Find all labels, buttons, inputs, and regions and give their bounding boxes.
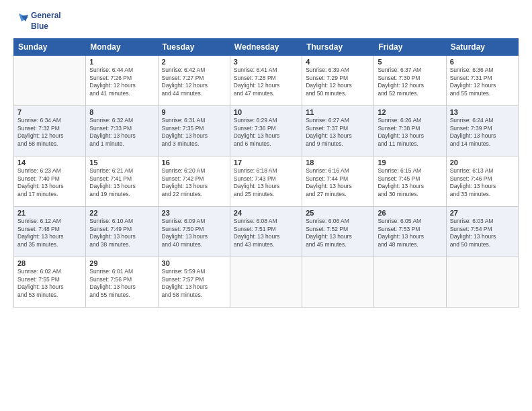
day-number: 20 bbox=[450, 158, 515, 167]
calendar-cell: 5Sunrise: 6:37 AM Sunset: 7:30 PM Daylig… bbox=[374, 56, 446, 106]
calendar-cell: 25Sunrise: 6:06 AM Sunset: 7:52 PM Dayli… bbox=[302, 207, 374, 257]
day-info: Sunrise: 6:27 AM Sunset: 7:37 PM Dayligh… bbox=[306, 117, 370, 148]
day-number: 4 bbox=[306, 58, 370, 66]
day-info: Sunrise: 6:05 AM Sunset: 7:53 PM Dayligh… bbox=[378, 218, 442, 248]
day-number: 16 bbox=[162, 158, 226, 167]
calendar-row-3: 21Sunrise: 6:12 AM Sunset: 7:48 PM Dayli… bbox=[14, 207, 519, 257]
day-info: Sunrise: 6:41 AM Sunset: 7:28 PM Dayligh… bbox=[234, 66, 298, 97]
calendar-table: SundayMondayTuesdayWednesdayThursdayFrid… bbox=[13, 38, 519, 308]
logo-text: GeneralBlue bbox=[31, 11, 61, 32]
day-number: 18 bbox=[306, 158, 370, 167]
day-number: 23 bbox=[162, 209, 226, 217]
day-info: Sunrise: 6:36 AM Sunset: 7:31 PM Dayligh… bbox=[450, 66, 515, 97]
day-number: 5 bbox=[378, 58, 442, 66]
day-number: 3 bbox=[234, 58, 298, 66]
calendar-cell: 11Sunrise: 6:27 AM Sunset: 7:37 PM Dayli… bbox=[302, 106, 374, 156]
calendar-cell: 24Sunrise: 6:08 AM Sunset: 7:51 PM Dayli… bbox=[230, 207, 302, 257]
calendar-cell bbox=[446, 257, 518, 308]
calendar-cell: 20Sunrise: 6:13 AM Sunset: 7:46 PM Dayli… bbox=[446, 156, 518, 207]
calendar-cell: 30Sunrise: 5:59 AM Sunset: 7:57 PM Dayli… bbox=[158, 257, 230, 308]
calendar-cell: 12Sunrise: 6:26 AM Sunset: 7:38 PM Dayli… bbox=[374, 106, 446, 156]
header-cell-friday: Friday bbox=[374, 39, 446, 56]
day-info: Sunrise: 6:42 AM Sunset: 7:27 PM Dayligh… bbox=[162, 66, 226, 97]
calendar-cell bbox=[374, 257, 446, 308]
day-number: 11 bbox=[306, 108, 370, 116]
day-number: 12 bbox=[378, 108, 442, 116]
calendar-row-1: 7Sunrise: 6:34 AM Sunset: 7:32 PM Daylig… bbox=[14, 106, 519, 156]
day-info: Sunrise: 6:02 AM Sunset: 7:55 PM Dayligh… bbox=[17, 268, 82, 299]
calendar-cell bbox=[230, 257, 302, 308]
logo-bird-icon bbox=[13, 12, 28, 31]
day-info: Sunrise: 6:29 AM Sunset: 7:36 PM Dayligh… bbox=[234, 117, 298, 148]
day-info: Sunrise: 6:31 AM Sunset: 7:35 PM Dayligh… bbox=[162, 117, 226, 148]
day-number: 8 bbox=[89, 108, 154, 116]
day-number: 27 bbox=[450, 209, 515, 217]
calendar-cell: 15Sunrise: 6:21 AM Sunset: 7:41 PM Dayli… bbox=[86, 156, 158, 207]
calendar-cell: 18Sunrise: 6:16 AM Sunset: 7:44 PM Dayli… bbox=[302, 156, 374, 207]
day-number: 9 bbox=[162, 108, 226, 116]
day-number: 21 bbox=[17, 209, 82, 217]
day-info: Sunrise: 6:32 AM Sunset: 7:33 PM Dayligh… bbox=[89, 117, 154, 148]
calendar-cell: 27Sunrise: 6:03 AM Sunset: 7:54 PM Dayli… bbox=[446, 207, 518, 257]
calendar-row-2: 14Sunrise: 6:23 AM Sunset: 7:40 PM Dayli… bbox=[14, 156, 519, 207]
day-info: Sunrise: 6:21 AM Sunset: 7:41 PM Dayligh… bbox=[89, 167, 154, 198]
calendar-row-0: 1Sunrise: 6:44 AM Sunset: 7:26 PM Daylig… bbox=[14, 56, 519, 106]
day-number: 29 bbox=[89, 259, 154, 267]
calendar-page: GeneralBlue SundayMondayTuesdayWednesday… bbox=[0, 0, 532, 411]
calendar-cell bbox=[302, 257, 374, 308]
day-number: 15 bbox=[89, 158, 154, 167]
calendar-cell: 26Sunrise: 6:05 AM Sunset: 7:53 PM Dayli… bbox=[374, 207, 446, 257]
day-info: Sunrise: 6:26 AM Sunset: 7:38 PM Dayligh… bbox=[378, 117, 442, 148]
day-number: 19 bbox=[378, 158, 442, 167]
calendar-cell: 8Sunrise: 6:32 AM Sunset: 7:33 PM Daylig… bbox=[86, 106, 158, 156]
logo: GeneralBlue bbox=[13, 11, 61, 32]
day-info: Sunrise: 6:09 AM Sunset: 7:50 PM Dayligh… bbox=[162, 218, 226, 248]
calendar-cell bbox=[14, 56, 86, 106]
header-cell-monday: Monday bbox=[86, 39, 158, 56]
day-number: 14 bbox=[17, 158, 82, 167]
day-number: 25 bbox=[306, 209, 370, 217]
day-number: 26 bbox=[378, 209, 442, 217]
day-number: 1 bbox=[89, 58, 154, 66]
calendar-cell: 10Sunrise: 6:29 AM Sunset: 7:36 PM Dayli… bbox=[230, 106, 302, 156]
calendar-cell: 1Sunrise: 6:44 AM Sunset: 7:26 PM Daylig… bbox=[86, 56, 158, 106]
day-info: Sunrise: 6:16 AM Sunset: 7:44 PM Dayligh… bbox=[306, 167, 370, 198]
calendar-cell: 14Sunrise: 6:23 AM Sunset: 7:40 PM Dayli… bbox=[14, 156, 86, 207]
day-info: Sunrise: 6:24 AM Sunset: 7:39 PM Dayligh… bbox=[450, 117, 515, 148]
day-number: 30 bbox=[162, 259, 226, 267]
day-number: 22 bbox=[89, 209, 154, 217]
day-number: 28 bbox=[17, 259, 82, 267]
day-number: 6 bbox=[450, 58, 515, 66]
day-info: Sunrise: 6:12 AM Sunset: 7:48 PM Dayligh… bbox=[17, 218, 82, 248]
day-info: Sunrise: 6:37 AM Sunset: 7:30 PM Dayligh… bbox=[378, 66, 442, 97]
day-info: Sunrise: 6:18 AM Sunset: 7:43 PM Dayligh… bbox=[234, 167, 298, 198]
day-number: 13 bbox=[450, 108, 515, 116]
calendar-cell: 7Sunrise: 6:34 AM Sunset: 7:32 PM Daylig… bbox=[14, 106, 86, 156]
calendar-cell: 13Sunrise: 6:24 AM Sunset: 7:39 PM Dayli… bbox=[446, 106, 518, 156]
header-cell-sunday: Sunday bbox=[14, 39, 86, 56]
day-info: Sunrise: 6:06 AM Sunset: 7:52 PM Dayligh… bbox=[306, 218, 370, 248]
calendar-cell: 6Sunrise: 6:36 AM Sunset: 7:31 PM Daylig… bbox=[446, 56, 518, 106]
day-info: Sunrise: 6:23 AM Sunset: 7:40 PM Dayligh… bbox=[17, 167, 82, 198]
logo-container: GeneralBlue bbox=[13, 11, 61, 32]
calendar-row-4: 28Sunrise: 6:02 AM Sunset: 7:55 PM Dayli… bbox=[14, 257, 519, 308]
day-number: 7 bbox=[17, 108, 82, 116]
day-info: Sunrise: 6:13 AM Sunset: 7:46 PM Dayligh… bbox=[450, 167, 515, 198]
calendar-cell: 19Sunrise: 6:15 AM Sunset: 7:45 PM Dayli… bbox=[374, 156, 446, 207]
calendar-cell: 2Sunrise: 6:42 AM Sunset: 7:27 PM Daylig… bbox=[158, 56, 230, 106]
header-row: SundayMondayTuesdayWednesdayThursdayFrid… bbox=[14, 39, 519, 56]
day-info: Sunrise: 6:03 AM Sunset: 7:54 PM Dayligh… bbox=[450, 218, 515, 248]
calendar-cell: 21Sunrise: 6:12 AM Sunset: 7:48 PM Dayli… bbox=[14, 207, 86, 257]
calendar-cell: 23Sunrise: 6:09 AM Sunset: 7:50 PM Dayli… bbox=[158, 207, 230, 257]
calendar-cell: 29Sunrise: 6:01 AM Sunset: 7:56 PM Dayli… bbox=[86, 257, 158, 308]
day-info: Sunrise: 6:08 AM Sunset: 7:51 PM Dayligh… bbox=[234, 218, 298, 248]
day-info: Sunrise: 6:01 AM Sunset: 7:56 PM Dayligh… bbox=[89, 268, 154, 299]
day-info: Sunrise: 6:39 AM Sunset: 7:29 PM Dayligh… bbox=[306, 66, 370, 97]
calendar-cell: 22Sunrise: 6:10 AM Sunset: 7:49 PM Dayli… bbox=[86, 207, 158, 257]
calendar-cell: 16Sunrise: 6:20 AM Sunset: 7:42 PM Dayli… bbox=[158, 156, 230, 207]
calendar-header: SundayMondayTuesdayWednesdayThursdayFrid… bbox=[14, 39, 519, 56]
day-number: 10 bbox=[234, 108, 298, 116]
calendar-body: 1Sunrise: 6:44 AM Sunset: 7:26 PM Daylig… bbox=[14, 56, 519, 308]
day-info: Sunrise: 6:44 AM Sunset: 7:26 PM Dayligh… bbox=[89, 66, 154, 97]
day-info: Sunrise: 5:59 AM Sunset: 7:57 PM Dayligh… bbox=[162, 268, 226, 299]
